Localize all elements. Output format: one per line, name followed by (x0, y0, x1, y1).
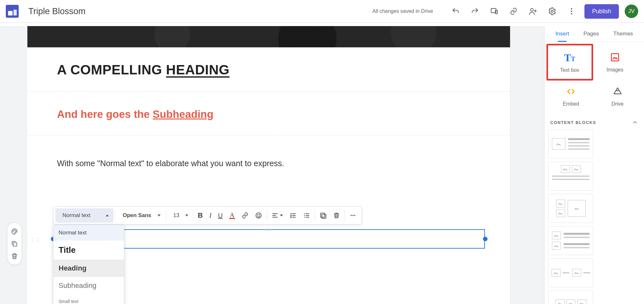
redo-button[interactable] (469, 5, 481, 18)
account-avatar[interactable]: JV (625, 5, 638, 18)
content-blocks-header[interactable]: CONTENT BLOCKS (545, 115, 644, 128)
sub-text-b: Subheading (153, 108, 213, 120)
svg-point-20 (352, 215, 354, 216)
app-header: Triple Blossom All changes saved in Driv… (0, 0, 644, 23)
app-logo-icon[interactable] (6, 5, 19, 18)
link-icon (242, 212, 249, 219)
format-toolbar: Normal text Open Sans 13 B I U A (53, 206, 362, 224)
text-color-button[interactable]: A (226, 208, 238, 223)
emoji-button[interactable] (252, 208, 265, 223)
copy-icon (11, 240, 18, 247)
style-option-normal[interactable]: Normal text (53, 225, 124, 241)
heading-text-a: A COMPELLING (57, 62, 166, 77)
workspace: A COMPELLING HEADING And here goes the S… (0, 26, 644, 304)
caret-down-icon (157, 214, 161, 216)
settings-button[interactable] (546, 5, 559, 18)
chevron-up-icon (632, 119, 638, 126)
code-block-button[interactable] (316, 208, 330, 223)
font-size-select[interactable]: 13 (167, 208, 192, 223)
drag-handle-icon[interactable]: ⋮⋮ (30, 237, 41, 243)
code-icon (319, 212, 327, 219)
content-blocks-grid (545, 128, 644, 304)
svg-point-13 (259, 214, 260, 215)
caret-down-icon (185, 214, 188, 216)
layout-block[interactable] (548, 258, 593, 287)
more-button[interactable] (565, 5, 578, 18)
layout-block[interactable] (548, 290, 593, 304)
underline-button[interactable]: U (215, 208, 226, 223)
section-label: CONTENT BLOCKS (550, 120, 596, 125)
remove-button[interactable] (330, 208, 343, 223)
devices-icon (490, 7, 498, 15)
redo-icon (471, 7, 479, 15)
page-heading[interactable]: A COMPELLING HEADING (57, 62, 480, 78)
svg-rect-18 (322, 214, 326, 218)
numbered-list-button[interactable] (286, 208, 300, 223)
palette-button[interactable] (10, 227, 19, 236)
svg-point-7 (13, 231, 14, 232)
more-format-button[interactable] (346, 208, 360, 223)
insert-drive[interactable]: Drive (594, 79, 641, 113)
insert-textbox[interactable]: TT Text box (546, 44, 593, 81)
divider (27, 91, 510, 91)
page-content: A COMPELLING HEADING And here goes the S… (27, 47, 510, 168)
element-tools (7, 223, 22, 265)
svg-point-6 (571, 13, 572, 14)
share-button[interactable] (526, 5, 539, 18)
font-label: Open Sans (120, 212, 154, 219)
link-button[interactable] (507, 5, 520, 18)
italic-button[interactable]: I (206, 208, 215, 223)
tab-insert[interactable]: Insert (554, 26, 571, 42)
insert-images-label: Images (607, 67, 623, 73)
layout-block[interactable] (548, 162, 593, 191)
duplicate-button[interactable] (10, 239, 19, 249)
side-panel: Insert Pages Themes TT Text box Images (544, 26, 644, 304)
bold-button[interactable]: B (194, 208, 206, 223)
layout-block[interactable] (548, 129, 593, 158)
canvas-area[interactable]: A COMPELLING HEADING And here goes the S… (0, 26, 544, 304)
style-option-title[interactable]: Title (53, 241, 124, 260)
grip-icon[interactable]: ⠿⠿ (265, 228, 274, 230)
insert-drive-label: Drive (611, 101, 623, 107)
person-add-icon (529, 7, 537, 15)
text-style-label: Normal text (60, 212, 93, 219)
more-vert-icon (567, 7, 576, 15)
ol-icon (289, 212, 297, 219)
document-title[interactable]: Triple Blossom (28, 6, 86, 16)
palette-icon (11, 228, 18, 235)
header-banner[interactable] (27, 26, 510, 47)
insert-link-button[interactable] (238, 208, 252, 223)
more-horiz-icon (349, 212, 356, 219)
images-icon (610, 51, 620, 64)
svg-point-11 (256, 213, 261, 218)
insert-embed[interactable]: Embed (548, 79, 594, 113)
insert-images[interactable]: Images (592, 45, 639, 79)
style-option-heading[interactable]: Heading (53, 260, 124, 277)
svg-point-2 (530, 8, 533, 11)
layout-block[interactable] (548, 226, 593, 255)
font-select[interactable]: Open Sans (116, 208, 165, 223)
svg-point-9 (15, 231, 16, 232)
page-subheading[interactable]: And here goes the Subheading (57, 108, 480, 120)
delete-button[interactable] (10, 251, 19, 261)
undo-icon (451, 7, 460, 15)
text-style-select[interactable]: Normal text (55, 208, 113, 223)
layout-block[interactable] (548, 194, 593, 223)
svg-point-8 (14, 230, 15, 231)
svg-point-4 (571, 8, 572, 9)
tab-pages[interactable]: Pages (582, 26, 601, 42)
body-text[interactable]: With some "Normal text" to elaborate wha… (57, 159, 480, 168)
tab-themes[interactable]: Themes (611, 26, 635, 42)
undo-button[interactable] (449, 5, 462, 18)
drive-icon (613, 85, 622, 98)
ul-icon (303, 212, 310, 219)
bullet-list-button[interactable] (300, 208, 313, 223)
style-option-subheading[interactable]: Subheading (53, 277, 124, 294)
style-option-small[interactable]: Small text (53, 294, 124, 304)
align-button[interactable] (268, 208, 286, 223)
preview-button[interactable] (488, 5, 501, 18)
svg-rect-22 (611, 54, 619, 61)
svg-point-16 (304, 217, 305, 218)
save-status: All changes saved in Drive (372, 8, 433, 14)
publish-button[interactable]: Publish (584, 4, 619, 19)
